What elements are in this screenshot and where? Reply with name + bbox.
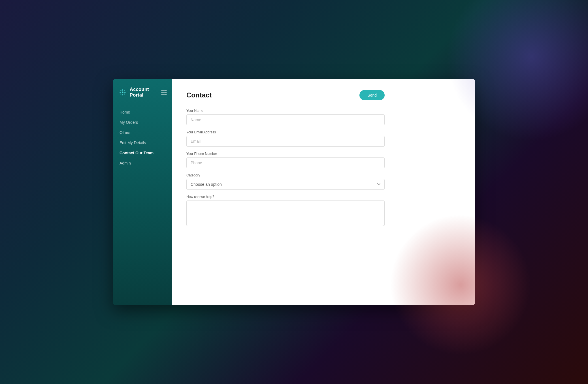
sidebar-item-offers[interactable]: Offers <box>113 127 172 138</box>
sidebar-item-my-orders[interactable]: My Orders <box>113 117 172 127</box>
app-logo-icon <box>118 88 127 97</box>
name-input[interactable] <box>186 114 385 125</box>
svg-point-2 <box>122 94 123 95</box>
sidebar-item-home[interactable]: Home <box>113 107 172 117</box>
category-select[interactable]: Choose an option General Enquiry Technic… <box>186 179 385 190</box>
name-field-group: Your Name <box>186 109 385 125</box>
message-label: How can we help? <box>186 195 385 199</box>
phone-field-group: Your Phone Number <box>186 152 385 168</box>
category-field-group: Category Choose an option General Enquir… <box>186 173 385 190</box>
category-label: Category <box>186 173 385 177</box>
email-label: Your Email Address <box>186 130 385 134</box>
sidebar-item-contact-our-team[interactable]: Contact Our Team <box>113 148 172 158</box>
sidebar-nav: Home My Orders Offers Edit My Details Co… <box>113 105 172 170</box>
sidebar-logo-area: Account Portal <box>118 87 161 98</box>
email-field-group: Your Email Address <box>186 130 385 147</box>
email-input[interactable] <box>186 136 385 147</box>
send-button[interactable]: Send <box>359 90 385 100</box>
phone-input[interactable] <box>186 157 385 168</box>
svg-point-0 <box>122 91 123 93</box>
phone-label: Your Phone Number <box>186 152 385 156</box>
svg-point-8 <box>124 93 125 95</box>
contact-header: Contact Send <box>186 90 385 100</box>
svg-point-6 <box>124 90 125 91</box>
message-textarea[interactable] <box>186 200 385 226</box>
app-container: Account Portal Home My Orders Offers Edi… <box>113 79 475 305</box>
name-label: Your Name <box>186 109 385 113</box>
svg-point-7 <box>120 93 122 95</box>
contact-page: Contact Send Your Name Your Email Addres… <box>172 79 399 244</box>
page-title: Contact <box>186 91 212 99</box>
svg-point-4 <box>124 92 126 93</box>
svg-point-5 <box>120 90 122 91</box>
sidebar-header: Account Portal <box>113 79 172 105</box>
grid-menu-icon[interactable] <box>161 90 167 95</box>
svg-point-1 <box>122 89 123 91</box>
message-field-group: How can we help? <box>186 195 385 227</box>
sidebar-item-edit-my-details[interactable]: Edit My Details <box>113 138 172 148</box>
sidebar-item-admin[interactable]: Admin <box>113 158 172 168</box>
svg-point-3 <box>120 92 121 93</box>
sidebar-title: Account Portal <box>130 87 161 98</box>
main-content: Contact Send Your Name Your Email Addres… <box>172 79 475 305</box>
sidebar: Account Portal Home My Orders Offers Edi… <box>113 79 172 305</box>
